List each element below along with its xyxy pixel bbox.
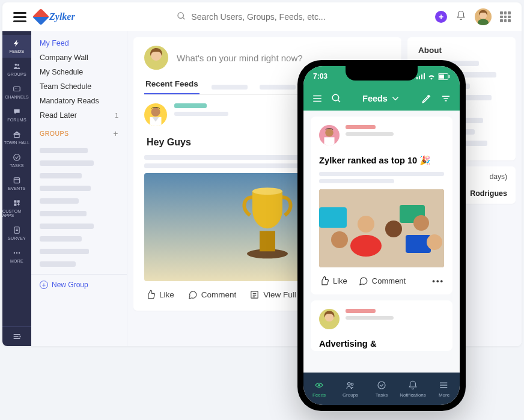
comment-button[interactable]: Comment [187,290,237,300]
mobile-post-actions: Like Comment ••• [319,267,444,286]
composer-placeholder: What's on your mind right now? [177,53,303,63]
svg-point-20 [19,252,20,254]
left-rail: FeedsGroupsChannelsForumsTown HallTasksE… [2,31,31,346]
mobile-nav-groups[interactable]: Groups [335,373,366,405]
svg-point-67 [440,382,441,383]
svg-rect-29 [260,231,275,251]
rail-item-survey[interactable]: Survey [2,222,31,245]
menu-toggle-button[interactable] [13,12,26,22]
rail-item-events[interactable]: Events [2,172,31,195]
svg-rect-6 [14,87,20,91]
groups-section-label: GROUPS [40,130,69,137]
add-group-icon[interactable]: + [113,129,118,138]
svg-point-3 [478,19,489,26]
search-icon [177,11,186,23]
svg-rect-10 [14,178,19,183]
mobile-post-avatar[interactable] [319,309,340,329]
svg-point-63 [378,382,385,389]
subnav-item-my-feed[interactable]: My Feed [31,36,127,50]
mobile-like-button[interactable]: Like [319,276,347,286]
svg-point-68 [440,385,441,386]
rail-item-channels[interactable]: Channels [2,81,31,103]
current-user-avatar[interactable] [475,8,492,25]
svg-point-61 [348,383,351,386]
svg-point-9 [14,154,20,161]
svg-rect-36 [439,75,444,79]
mobile-filter-icon[interactable] [440,93,451,104]
app-launcher-button[interactable] [500,11,511,22]
mobile-nav-tasks[interactable]: Tasks [366,373,397,405]
subnav-item-my-schedule[interactable]: My Schedule [31,65,127,79]
svg-rect-14 [14,204,16,206]
mobile-post-image[interactable] [319,189,444,267]
global-search[interactable] [177,11,333,23]
svg-point-55 [385,221,402,237]
rail-item-forums[interactable]: Forums [2,103,31,126]
mobile-comment-button[interactable]: Comment [358,276,406,286]
brand-logo[interactable]: Zylker [35,11,75,23]
mobile-feed-body[interactable]: Zylker ranked as top 10 🎉 [303,111,460,373]
trophy-icon [234,183,300,263]
mobile-device-frame: 7:03 Feeds [297,60,466,411]
svg-point-8 [16,88,17,88]
mobile-search-icon[interactable] [331,93,342,104]
svg-rect-49 [319,207,347,228]
mobile-post-title: Zylker ranked as top 10 🎉 [319,155,444,166]
mobile-nav-more[interactable]: More [428,373,460,405]
rail-item-tasks[interactable]: Tasks [2,149,31,172]
notifications-button[interactable] [455,10,466,23]
signal-icon [416,73,425,79]
svg-line-42 [338,100,340,102]
svg-point-53 [331,231,348,248]
mobile-header-title[interactable]: Feeds [362,93,401,104]
post-author-avatar[interactable] [144,103,167,126]
mobile-nav-feeds[interactable]: Feeds [303,373,335,405]
rail-item-groups[interactable]: Groups [2,58,31,81]
svg-rect-47 [324,137,335,145]
subnav-item-mandatory-reads[interactable]: Mandatory Reads [31,94,127,108]
new-group-button[interactable]: + New Group [31,274,127,295]
brand-name: Zylker [49,11,75,22]
svg-rect-12 [14,200,16,202]
subnav-item-company-wall[interactable]: Company Wall [31,50,127,65]
svg-point-7 [15,88,16,88]
subnav-item-read-later[interactable]: Read Later1 [31,108,127,123]
tab-placeholder [260,85,296,90]
mobile-post-avatar[interactable] [319,125,340,145]
mobile-menu-icon[interactable] [312,93,323,104]
svg-rect-37 [449,75,450,78]
device-notch [346,66,418,81]
tab-recent-feeds[interactable]: Recent Feeds [144,79,200,94]
mobile-header: Feeds [303,87,460,111]
rail-item-townhall[interactable]: Town Hall [2,126,31,149]
svg-point-59 [323,321,336,329]
rail-collapse-button[interactable] [2,326,31,346]
rail-item-customapps[interactable]: Custom Apps [2,195,31,222]
search-input[interactable] [191,12,333,22]
svg-point-62 [351,383,353,386]
compose-icon[interactable] [421,93,432,104]
svg-rect-13 [17,200,20,202]
chevron-down-icon [390,93,401,104]
sub-navigation: My FeedCompany WallMy ScheduleTeam Sched… [31,31,127,346]
svg-point-54 [358,216,374,233]
svg-point-52 [350,235,382,257]
mobile-screen: 7:03 Feeds [303,66,460,405]
svg-point-57 [427,234,442,250]
svg-point-69 [440,387,441,388]
subnav-item-team-schedule[interactable]: Team Schedule [31,79,127,94]
rail-item-more[interactable]: More [2,245,31,267]
svg-line-1 [183,17,184,19]
svg-point-25 [148,61,164,70]
battery-icon [438,73,450,80]
mobile-nav-notifications[interactable]: Notifications [397,373,428,405]
mobile-post-title: Advertising & [319,339,444,348]
create-button[interactable]: + [435,11,447,23]
topbar: Zylker + [2,2,522,31]
mobile-post-more-button[interactable]: ••• [432,276,444,285]
svg-point-46 [325,129,334,137]
like-button[interactable]: Like [145,290,174,300]
svg-point-30 [252,187,282,195]
rail-item-feeds[interactable]: Feeds [2,35,31,58]
mobile-post-card: Advertising & [311,300,452,351]
